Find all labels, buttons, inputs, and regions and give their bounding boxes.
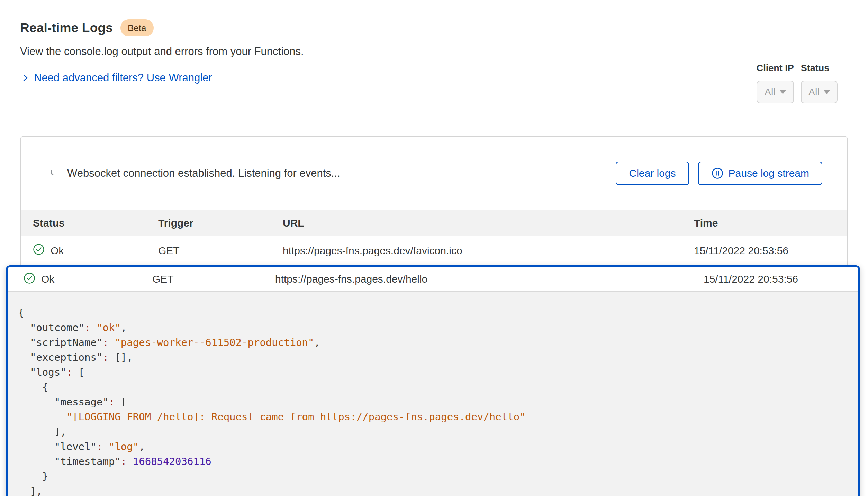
log-status-label: Ok — [51, 245, 64, 257]
websocket-status: Websocket connection established. Listen… — [50, 167, 340, 180]
column-header-time: Time — [694, 217, 835, 229]
log-status-label: Ok — [41, 273, 54, 285]
client-ip-filter-label: Client IP — [757, 63, 794, 74]
expanded-log-card: Ok GET https://pages-fns.pages.dev/hello… — [6, 265, 860, 496]
spinner-icon — [50, 167, 60, 180]
column-header-trigger: Trigger — [158, 217, 283, 229]
log-panel: Websocket connection established. Listen… — [20, 136, 848, 496]
websocket-status-message: Websocket connection established. Listen… — [67, 167, 340, 180]
filters: Client IP All Status All — [757, 63, 838, 103]
log-panel-toolbar: Websocket connection established. Listen… — [21, 137, 847, 210]
page-description: View the console.log output and errors f… — [20, 45, 848, 58]
chevron-right-icon — [20, 73, 30, 83]
column-header-status: Status — [33, 217, 158, 229]
page-header: Real-time Logs Beta — [20, 19, 848, 36]
status-filter-value: All — [808, 86, 820, 98]
clear-logs-button[interactable]: Clear logs — [616, 162, 689, 185]
check-circle-icon — [33, 244, 45, 258]
client-ip-filter-value: All — [765, 86, 776, 98]
status-filter-dropdown[interactable]: All — [801, 81, 838, 103]
realtime-logs-page: Real-time Logs Beta View the console.log… — [0, 0, 868, 496]
beta-badge: Beta — [120, 19, 154, 36]
check-circle-icon — [24, 272, 35, 286]
log-table-header: Status Trigger URL Time — [21, 210, 847, 236]
pause-circle-icon — [711, 167, 724, 180]
log-time: 15/11/2022 20:53:56 — [704, 273, 842, 285]
pause-log-stream-button[interactable]: Pause log stream — [698, 162, 822, 185]
log-row-hello-expanded[interactable]: Ok GET https://pages-fns.pages.dev/hello… — [8, 267, 858, 291]
log-url: https://pages-fns.pages.dev/favicon.ico — [283, 245, 694, 257]
filter-status: Status All — [801, 63, 838, 103]
wrangler-link[interactable]: Need advanced filters? Use Wrangler — [20, 72, 212, 84]
caret-down-icon — [780, 90, 786, 94]
status-filter-label: Status — [801, 63, 838, 74]
page-title: Real-time Logs — [20, 21, 113, 35]
json-log-viewer: { "outcome": "ok", "scriptName": "pages-… — [8, 291, 858, 496]
log-trigger: GET — [158, 245, 283, 257]
filter-client-ip: Client IP All — [757, 63, 794, 103]
log-time: 15/11/2022 20:53:56 — [694, 245, 835, 257]
pause-log-stream-label: Pause log stream — [729, 167, 809, 179]
client-ip-filter-dropdown[interactable]: All — [757, 81, 794, 103]
log-url: https://pages-fns.pages.dev/hello — [275, 273, 704, 285]
caret-down-icon — [824, 90, 830, 94]
column-header-url: URL — [283, 217, 694, 229]
wrangler-link-label: Need advanced filters? Use Wrangler — [34, 72, 212, 84]
log-trigger: GET — [152, 273, 275, 285]
log-row-favicon[interactable]: Ok GET https://pages-fns.pages.dev/favic… — [21, 236, 847, 265]
